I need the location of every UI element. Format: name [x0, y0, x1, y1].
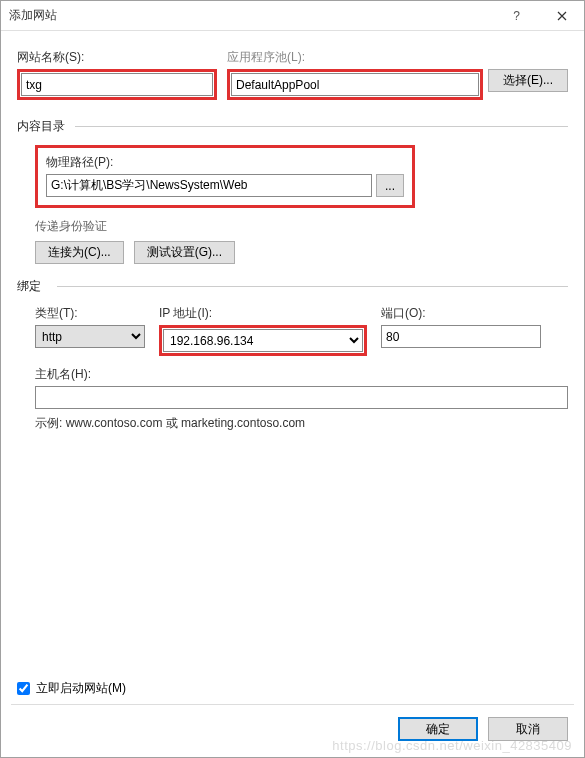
binding-host-input[interactable]: [35, 386, 568, 409]
cancel-button[interactable]: 取消: [488, 717, 568, 741]
binding-group: 绑定 类型(T): http IP 地址(I): 192.168.96.134: [17, 278, 568, 432]
footer-separator: [11, 704, 574, 705]
binding-ip-select[interactable]: 192.168.96.134: [163, 329, 363, 352]
binding-host-label: 主机名(H):: [35, 366, 568, 383]
binding-host-example: 示例: www.contoso.com 或 marketing.contoso.…: [35, 415, 568, 432]
physical-path-input[interactable]: [46, 174, 372, 197]
start-now-label: 立即启动网站(M): [36, 680, 126, 697]
binding-type-select[interactable]: http: [35, 325, 145, 348]
ok-button[interactable]: 确定: [398, 717, 478, 741]
site-name-input[interactable]: [21, 73, 213, 96]
binding-port-input[interactable]: [381, 325, 541, 348]
auth-label: 传递身份验证: [35, 218, 568, 235]
content-directory-legend: 内容目录: [17, 118, 568, 135]
binding-legend: 绑定: [17, 278, 568, 295]
close-button[interactable]: [539, 1, 584, 31]
app-pool-input: [231, 73, 479, 96]
start-now-checkbox[interactable]: [17, 682, 30, 695]
help-button[interactable]: ?: [494, 1, 539, 31]
ellipsis-icon: ...: [385, 179, 395, 193]
close-icon: [557, 11, 567, 21]
binding-port-label: 端口(O):: [381, 305, 541, 322]
app-pool-label: 应用程序池(L):: [227, 49, 568, 66]
binding-type-label: 类型(T):: [35, 305, 145, 322]
browse-path-button[interactable]: ...: [376, 174, 404, 197]
select-app-pool-button[interactable]: 选择(E)...: [488, 69, 568, 92]
site-name-label: 网站名称(S):: [17, 49, 217, 66]
dialog-title: 添加网站: [9, 7, 494, 24]
dialog-titlebar: 添加网站 ?: [1, 1, 584, 31]
test-settings-button[interactable]: 测试设置(G)...: [134, 241, 235, 264]
start-now-row[interactable]: 立即启动网站(M): [17, 680, 126, 697]
connect-as-button[interactable]: 连接为(C)...: [35, 241, 124, 264]
physical-path-label: 物理路径(P):: [46, 154, 404, 171]
content-directory-group: 内容目录 物理路径(P): ... 传递身份验证 连接为(C)... 测试设置(…: [17, 118, 568, 264]
binding-ip-label: IP 地址(I):: [159, 305, 367, 322]
